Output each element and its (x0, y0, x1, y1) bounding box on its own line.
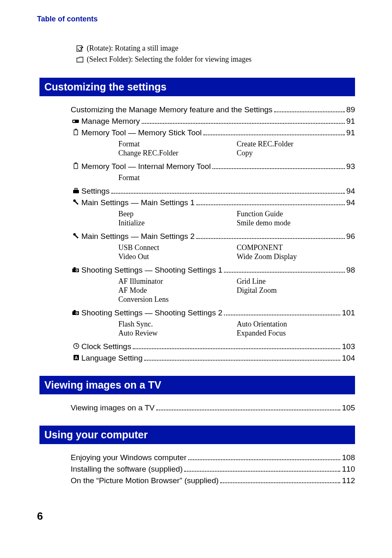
intro-rotate-text: (Rotate): Rotating a still image (87, 44, 178, 53)
folder-icon (76, 57, 83, 63)
toc-subitem: Format (118, 140, 237, 148)
leader-dots (156, 410, 340, 410)
toc-label: Shooting Settings — Shooting Settings 2 (81, 308, 222, 317)
section-bar-tv: Viewing images on a TV (39, 376, 355, 394)
toc-subitems: USB ConnectVideo Out COMPONENTWide Zoom … (118, 243, 355, 262)
toc-subitem: Change REC.Folder (118, 149, 237, 157)
intro-select-folder-text: (Select Folder): Selecting the folder fo… (87, 55, 251, 64)
toc-label: Memory Tool — Internal Memory Tool (81, 162, 211, 171)
page-number: 6 (37, 510, 355, 523)
toc-subitems: FormatChange REC.Folder Create REC.Folde… (118, 140, 355, 158)
svg-rect-13 (74, 267, 76, 269)
svg-rect-4 (74, 130, 78, 135)
toc-entry[interactable]: On the “Picture Motion Browser” (supplie… (71, 476, 355, 485)
toc-entry[interactable]: Memory Tool — Memory Stick Tool 91 (71, 128, 355, 137)
toc-page: 108 (342, 453, 355, 462)
leader-dots (196, 204, 345, 205)
toc-subitem: Beep (118, 210, 237, 218)
svg-rect-8 (75, 162, 76, 164)
leader-dots (220, 482, 340, 483)
svg-text:A: A (74, 355, 78, 360)
toc-entry[interactable]: Clock Settings 103 (71, 342, 355, 351)
svg-rect-9 (76, 162, 77, 164)
toc-entry[interactable]: Viewing images on a TV 105 (71, 403, 355, 412)
svg-rect-5 (75, 129, 76, 130)
clock-icon (73, 343, 79, 349)
toc-entry[interactable]: Shooting Settings — Shooting Settings 2 … (71, 308, 355, 317)
toc-customizing: Customizing the Manage Memory feature an… (71, 105, 355, 363)
toc-label: Enjoying your Windows computer (71, 453, 187, 462)
toc-subitem: Auto Review (118, 329, 237, 338)
toc-page: 101 (342, 308, 355, 317)
toc-entry[interactable]: Manage Memory 91 (71, 117, 355, 126)
leader-dots (224, 315, 340, 315)
toc-label: Language Setting (81, 354, 143, 363)
memory-tool-icon (73, 162, 79, 169)
toc-subitem: AF Illuminator (118, 277, 237, 286)
svg-rect-7 (74, 164, 78, 169)
toc-label: Customizing the Manage Memory feature an… (71, 105, 272, 114)
page-title: Table of contents (37, 15, 355, 23)
toc-subitems: AF IlluminatorAF ModeConversion Lens Gri… (118, 277, 355, 304)
svg-marker-1 (82, 46, 83, 49)
toc-label: On the “Picture Motion Browser” (supplie… (71, 476, 219, 485)
intro-block: (Rotate): Rotating a still image (Select… (76, 44, 355, 64)
toc-entry[interactable]: Main Settings — Main Settings 1 94 (71, 198, 355, 207)
toc-page: 104 (342, 354, 355, 363)
toc-entry[interactable]: A Language Setting 104 (71, 354, 355, 363)
toc-entry[interactable]: Main Settings — Main Settings 2 96 (71, 232, 355, 241)
toc-label: Memory Tool — Memory Stick Tool (81, 128, 202, 137)
toc-subitem: Initialize (118, 219, 237, 227)
leader-dots (212, 168, 345, 169)
toc-entry[interactable]: Shooting Settings — Shooting Settings 1 … (71, 266, 355, 275)
toc-page: 98 (346, 266, 355, 275)
language-icon: A (73, 354, 79, 361)
section-bar-computer: Using your computer (39, 426, 355, 444)
toc-subitem: Auto Orientation (237, 320, 355, 329)
toc-subitems: BeepInitialize Function GuideSmile demo … (118, 210, 355, 228)
leader-dots (203, 134, 345, 135)
toc-entry[interactable]: Installing the software (supplied) 110 (71, 465, 355, 474)
memory-tool-icon (73, 129, 79, 135)
leader-dots (111, 193, 345, 194)
intro-rotate: (Rotate): Rotating a still image (76, 44, 355, 53)
manage-memory-icon (72, 119, 80, 124)
toc-label: Manage Memory (81, 117, 140, 126)
toc-page: 96 (346, 232, 355, 241)
toc-page: 105 (342, 403, 355, 412)
toc-label: Shooting Settings — Shooting Settings 1 (81, 266, 222, 275)
toc-subitem: Flash Sync. (118, 320, 237, 329)
toc-subitem: Expanded Focus (237, 329, 355, 338)
toc-page: 91 (346, 128, 355, 137)
toc-subitem: COMPONENT (237, 243, 355, 252)
leader-dots (142, 123, 345, 124)
toc-page: 94 (346, 198, 355, 207)
svg-point-19 (76, 313, 78, 314)
svg-rect-10 (73, 190, 79, 193)
toc-entry[interactable]: Memory Tool — Internal Memory Tool 93 (71, 162, 355, 171)
toc-entry[interactable]: Enjoying your Windows computer 108 (71, 453, 355, 462)
toc-subitem: Conversion Lens (118, 295, 237, 304)
page: Table of contents (Rotate): Rotating a s… (0, 0, 392, 535)
svg-rect-17 (74, 310, 76, 311)
toc-page: 91 (346, 117, 355, 126)
toc-page: 110 (342, 465, 355, 474)
toc-label: Main Settings — Main Settings 1 (81, 198, 195, 207)
toc-label: Installing the software (supplied) (71, 465, 182, 474)
toc-subitem: Format (118, 174, 237, 182)
toc-entry[interactable]: Settings 94 (71, 187, 355, 196)
svg-rect-3 (73, 120, 75, 122)
section-bar-customizing: Customizing the settings (39, 78, 355, 96)
leader-dots (274, 111, 345, 112)
toc-entry[interactable]: Customizing the Manage Memory feature an… (71, 105, 355, 114)
toc-subitem: Grid Line (237, 277, 355, 286)
toc-subitem: Create REC.Folder (237, 140, 355, 148)
toc-page: 112 (342, 476, 355, 485)
toc-subitem: Function Guide (237, 210, 355, 218)
leader-dots (144, 360, 340, 361)
leader-dots (196, 238, 345, 239)
svg-rect-11 (75, 188, 77, 190)
toc-subitem: Video Out (118, 252, 237, 261)
toc-subitem: USB Connect (118, 243, 237, 252)
svg-rect-6 (76, 129, 77, 130)
